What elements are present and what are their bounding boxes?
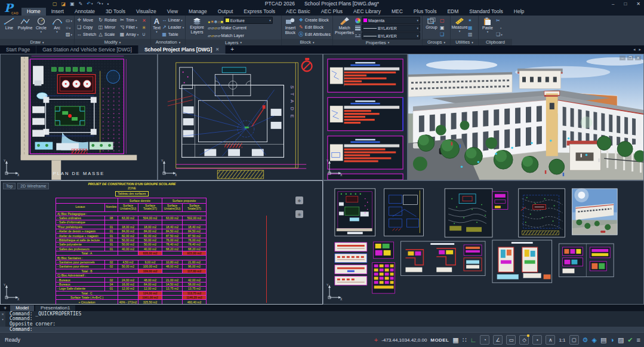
menu-tab-insert[interactable]: Insert xyxy=(46,8,69,16)
lineweight-combo[interactable]: BYLAYER ▾ xyxy=(362,24,420,32)
copy-clip-icon[interactable]: ❏▾ xyxy=(496,32,503,38)
viewport-floor-plan[interactable]: STADE YX xyxy=(158,54,323,180)
group-selection-icon[interactable]: ❏ xyxy=(440,32,445,38)
linetype-combo[interactable]: BYLAYER ▾ xyxy=(362,32,420,39)
layer-color-swatch[interactable]: ■ xyxy=(220,20,223,24)
menu-tab-express-tools[interactable]: Express Tools xyxy=(238,8,281,16)
layout-tab-pr-sentation1[interactable]: Présentation1 xyxy=(35,305,75,311)
quick-properties-icon[interactable]: ◑ xyxy=(610,337,614,343)
leader-button[interactable]: ↗Leader▾ xyxy=(162,24,184,31)
object-snap-3d-toggle[interactable]: ⋆ xyxy=(532,335,542,345)
viewport-site-plan[interactable]: PLAN DE MASSE YX xyxy=(0,54,158,180)
scale-button[interactable]: △Scale xyxy=(98,31,119,38)
linear-button[interactable]: ↔Linear▾ xyxy=(162,17,184,24)
maximize-button[interactable]: □ xyxy=(624,0,627,8)
point-style-icon[interactable]: ▦ xyxy=(468,25,473,31)
circle-button[interactable]: Circle ▾ xyxy=(33,17,48,39)
doc-tab-school-project-plans-dwg[interactable]: School Project Plans [DWG]✕ xyxy=(138,45,226,54)
hatch-tool-icon[interactable]: ▨▾ xyxy=(66,32,72,38)
qat-save-icon[interactable]: ▣ xyxy=(70,0,75,8)
menu-tab-view[interactable]: View xyxy=(162,8,183,16)
properties-group-label[interactable]: Properties▾ xyxy=(333,39,422,45)
ptcad-logo[interactable]: P CAD xyxy=(2,0,21,16)
modify-group-label[interactable]: Modify▾ xyxy=(75,39,150,45)
viewport-restore-button[interactable]: ❐ xyxy=(627,56,633,60)
menu-tab-mec[interactable]: MEC xyxy=(386,8,408,16)
arc-button[interactable]: Arc ▾ xyxy=(50,17,64,39)
ungroup-icon[interactable]: ▢ xyxy=(440,18,445,24)
utilities-group-label[interactable]: Utilities▾ xyxy=(451,39,478,45)
erase-icon[interactable]: ✕ xyxy=(142,18,146,24)
grid-display-toggle[interactable]: ▦ xyxy=(452,337,458,343)
settings-gear-icon[interactable]: ⚙ xyxy=(583,337,588,343)
array-button[interactable]: ▦Array▾ xyxy=(119,31,141,38)
new-tab-button[interactable]: + xyxy=(226,45,239,54)
quick-select-icon[interactable]: ✶ xyxy=(468,18,473,24)
navigation-wheel-button[interactable]: ◉ xyxy=(295,210,303,218)
osnap-tracking-toggle[interactable]: ▭ xyxy=(506,335,516,345)
dynamic-ucs-icon[interactable]: ∟ xyxy=(470,337,477,343)
annotation-group-label[interactable]: Annotation▾ xyxy=(151,39,185,45)
menu-tab-3d-tools[interactable]: 3D Tools xyxy=(100,8,131,16)
draw-group-label[interactable]: Draw▾ xyxy=(0,39,74,45)
polyline-button[interactable]: Polyline xyxy=(18,17,33,39)
viewport-minimize-button[interactable]: – xyxy=(620,56,625,60)
isodraft-toggle[interactable]: ∧ xyxy=(546,335,555,345)
command-scroll-icon[interactable]: ▾ xyxy=(2,318,4,321)
rotate-button[interactable]: ↻Rotate xyxy=(98,17,119,24)
viewport-surface-table[interactable]: Top 2D Wireframe PROJET DE CONSTRUCTION … xyxy=(0,180,323,305)
qat-save-as-icon[interactable]: ✎ xyxy=(79,0,83,8)
object-snap-toggle[interactable]: ◇ xyxy=(519,335,529,345)
viewport-close-button[interactable]: ✕ xyxy=(635,56,641,60)
menu-tab-aec-plus[interactable]: AEC Plus xyxy=(316,8,348,16)
close-icon[interactable]: ✕ xyxy=(215,45,219,54)
command-close-icon[interactable]: ✕ xyxy=(2,312,4,316)
qat-redo-icon[interactable]: ↷▾ xyxy=(97,0,103,8)
edit-attributes-button[interactable]: ⒶEdit Attributes xyxy=(298,31,331,38)
viewport-visual-style-control[interactable]: 2D Wireframe xyxy=(17,183,49,189)
doc-tab-start-page[interactable]: Start Page xyxy=(0,45,36,54)
menu-tab-standard-tools[interactable]: Standard Tools xyxy=(464,8,509,16)
ribbon-pin-icon[interactable]: ▪ xyxy=(500,26,501,30)
menu-tab-visualize[interactable]: Visualize xyxy=(131,8,162,16)
match-properties-button[interactable]: Match Properties xyxy=(335,17,354,39)
measure-button[interactable]: Measure ▾ xyxy=(452,17,467,39)
group-button[interactable]: Group xyxy=(424,17,439,39)
menu-tab-plus-tools[interactable]: Plus Tools xyxy=(408,8,442,16)
snap-mode-toggle[interactable]: ∷ xyxy=(463,337,467,343)
clipboard-group-label[interactable]: Clipboard xyxy=(479,39,512,45)
viewport-sheet-layouts[interactable]: YX xyxy=(323,180,644,305)
performance-icon[interactable]: ✔ xyxy=(627,337,633,343)
object-color-combo[interactable]: Magenta ▾ xyxy=(362,17,420,24)
text-button[interactable]: A Text ▾ xyxy=(153,17,161,39)
ellipse-tool-icon[interactable]: ○▾ xyxy=(66,25,72,31)
edit-block-button[interactable]: ✎Edit Block xyxy=(298,24,331,31)
menu-tab-help[interactable]: Help xyxy=(509,8,529,16)
add-layout-button[interactable]: + xyxy=(1,305,9,311)
ortho-mode-toggle[interactable]: ◔ xyxy=(480,335,489,345)
layers-group-label[interactable]: Layers▾ xyxy=(186,39,281,45)
qat-undo-icon[interactable]: ↶▾ xyxy=(87,0,93,8)
groups-group-label[interactable]: Groups▾ xyxy=(423,39,450,45)
layer-select-combo[interactable]: Ecriture ▾ xyxy=(224,17,273,24)
menu-tab-home[interactable]: Home xyxy=(21,8,46,16)
mirror-button[interactable]: ◫Mirror xyxy=(98,24,119,31)
doc-tab-gas-station-and-vehicle-service-dwg[interactable]: Gas Station And Vehicle Service [DWG] xyxy=(36,45,138,54)
stretch-button[interactable]: ↔Stretch xyxy=(76,31,98,38)
qat-new-file-icon[interactable]: ▢ xyxy=(53,0,57,8)
menu-tab-annotate[interactable]: Annotate xyxy=(69,8,100,16)
paste-button[interactable]: Paste ▾ xyxy=(480,17,495,39)
polar-tracking-toggle[interactable]: ∠ xyxy=(493,335,503,345)
trim-button[interactable]: ✂Trim▾ xyxy=(119,17,141,24)
tab-nav-left-icon[interactable]: ◂ xyxy=(633,45,636,54)
make-current-button[interactable]: ▱▱▱▱Make Current xyxy=(208,24,279,32)
annotation-monitor-icon[interactable]: ▤ xyxy=(600,337,606,343)
status-menu-icon[interactable]: ≡ xyxy=(637,337,640,343)
line-button[interactable]: Line xyxy=(2,17,17,39)
cut-icon[interactable]: ✂ xyxy=(496,18,503,24)
viewcube-button[interactable]: ◆ xyxy=(295,196,303,204)
quick-calculator-icon[interactable]: ▥ xyxy=(468,32,473,38)
viewport-3d-render[interactable]: –❐✕ xyxy=(408,54,644,180)
rectangle-tool-icon[interactable]: ▭▾ xyxy=(66,18,72,24)
copy-button[interactable]: ❏Copy xyxy=(76,24,98,31)
